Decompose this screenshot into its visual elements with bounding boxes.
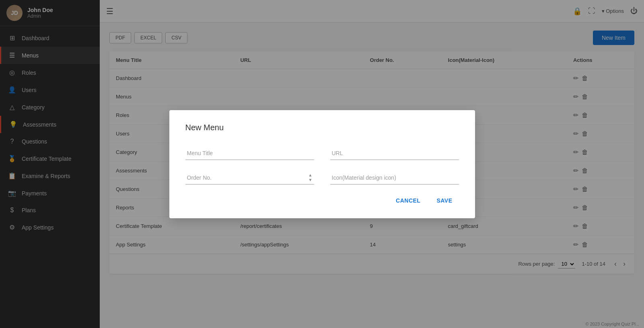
form-row-1 [185,147,459,160]
spinner-buttons: ▲ ▼ [309,173,313,182]
modal-title: New Menu [185,123,459,132]
form-row-2: ▲ ▼ [185,171,459,184]
icon-field [330,171,459,184]
menu-title-input[interactable] [185,147,314,160]
menu-title-field [185,147,314,160]
modal-form: ▲ ▼ [185,147,459,184]
order-no-field: ▲ ▼ [185,171,314,184]
cancel-button[interactable]: CANCEL [389,194,427,207]
save-button[interactable]: SAVE [430,194,459,207]
order-no-input[interactable] [185,171,314,184]
order-no-wrapper: ▲ ▼ [185,171,314,184]
spinner-down-button[interactable]: ▼ [309,178,313,182]
icon-input[interactable] [330,171,459,184]
url-field [330,147,459,160]
new-menu-modal: New Menu ▲ ▼ [169,110,475,218]
spinner-up-button[interactable]: ▲ [309,173,313,178]
modal-overlay[interactable]: New Menu ▲ ▼ [0,0,644,328]
modal-actions: CANCEL SAVE [185,194,459,207]
url-input[interactable] [330,147,459,160]
